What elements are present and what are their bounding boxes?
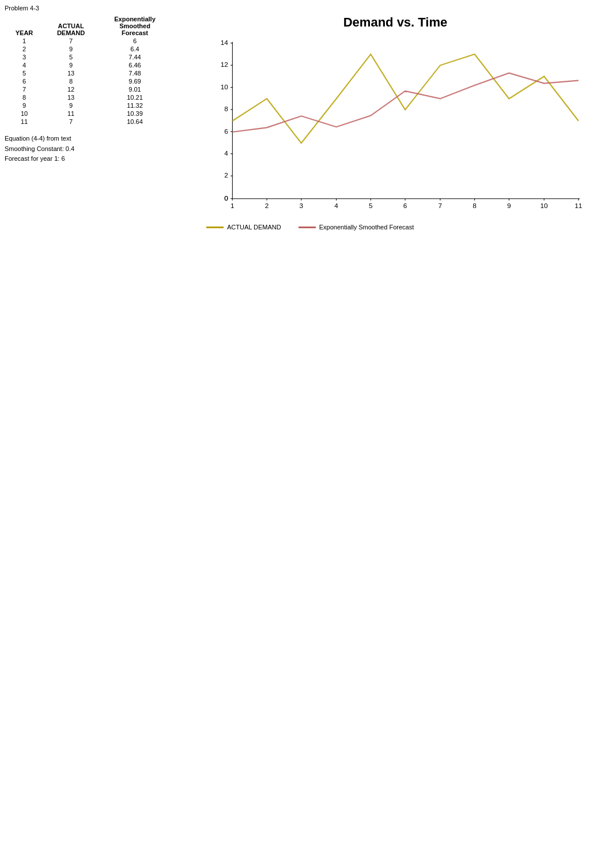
cell-year: 6 <box>5 77 44 85</box>
svg-text:10: 10 <box>221 83 229 90</box>
col-header-year: YEAR <box>5 15 44 37</box>
data-table: YEAR ACTUALDEMAND ExponentiallySmoothedF… <box>5 15 172 126</box>
cell-actual-demand: 12 <box>44 85 98 93</box>
svg-text:11: 11 <box>575 202 582 209</box>
svg-text:8: 8 <box>473 202 477 209</box>
cell-forecast: 11.32 <box>98 101 172 110</box>
cell-forecast: 6 <box>98 37 172 45</box>
cell-forecast: 10.21 <box>98 93 172 101</box>
cell-forecast: 9.69 <box>98 77 172 85</box>
table-row: 5 13 7.48 <box>5 69 172 77</box>
chart-area: 0 0 2 4 6 8 10 12 14 1 <box>183 36 607 231</box>
table-row: 2 9 6.4 <box>5 45 172 53</box>
legend-actual-label: ACTUAL DEMAND <box>227 224 281 231</box>
cell-actual-demand: 11 <box>44 110 98 118</box>
cell-forecast: 6.46 <box>98 61 172 69</box>
cell-year: 7 <box>5 85 44 93</box>
footnote-smoothing: Smoothing Constant: 0.4 <box>5 144 172 154</box>
col-header-actual-demand: ACTUALDEMAND <box>44 15 98 37</box>
cell-actual-demand: 9 <box>44 101 98 110</box>
svg-text:2: 2 <box>265 202 269 209</box>
svg-text:4: 4 <box>224 149 228 157</box>
legend-actual: ACTUAL DEMAND <box>206 224 281 231</box>
cell-actual-demand: 9 <box>44 61 98 69</box>
svg-text:10: 10 <box>541 202 549 209</box>
cell-forecast: 10.64 <box>98 118 172 126</box>
cell-year: 5 <box>5 69 44 77</box>
cell-year: 2 <box>5 45 44 53</box>
svg-text:5: 5 <box>369 202 373 209</box>
svg-text:6: 6 <box>224 127 228 135</box>
cell-forecast: 7.48 <box>98 69 172 77</box>
svg-text:8: 8 <box>224 105 228 112</box>
cell-year: 4 <box>5 61 44 69</box>
problem-title: Problem 4-3 <box>5 5 607 12</box>
cell-year: 1 <box>5 37 44 45</box>
svg-text:12: 12 <box>221 61 228 68</box>
footnotes: Equation (4-4) from text Smoothing Const… <box>5 134 172 164</box>
svg-text:1: 1 <box>231 202 235 209</box>
chart-title: Demand vs. Time <box>183 15 607 30</box>
table-row: 7 12 9.01 <box>5 85 172 93</box>
cell-forecast: 6.4 <box>98 45 172 53</box>
table-row: 3 5 7.44 <box>5 53 172 61</box>
table-row: 8 13 10.21 <box>5 93 172 101</box>
footnote-equation: Equation (4-4) from text <box>5 134 172 144</box>
svg-text:7: 7 <box>439 202 443 209</box>
footnote-forecast-year1: Forecast for year 1: 6 <box>5 154 172 164</box>
col-header-forecast: ExponentiallySmoothedForecast <box>98 15 172 37</box>
svg-text:3: 3 <box>300 202 304 209</box>
table-row: 1 7 6 <box>5 37 172 45</box>
table-row: 10 11 10.39 <box>5 110 172 118</box>
chart-legend: ACTUAL DEMAND Exponentially Smoothed For… <box>183 224 607 231</box>
svg-text:6: 6 <box>403 202 407 209</box>
cell-actual-demand: 9 <box>44 45 98 53</box>
svg-text:14: 14 <box>221 39 229 46</box>
cell-actual-demand: 5 <box>44 53 98 61</box>
cell-year: 8 <box>5 93 44 101</box>
cell-year: 11 <box>5 118 44 126</box>
svg-text:0: 0 <box>224 194 228 202</box>
table-row: 9 9 11.32 <box>5 101 172 110</box>
demand-chart: 0 0 2 4 6 8 10 12 14 1 <box>183 36 607 220</box>
cell-year: 9 <box>5 101 44 110</box>
chart-container: Demand vs. Time 0 0 2 4 6 8 10 <box>183 15 607 231</box>
legend-forecast-label: Exponentially Smoothed Forecast <box>319 224 414 231</box>
cell-actual-demand: 7 <box>44 37 98 45</box>
cell-forecast: 9.01 <box>98 85 172 93</box>
legend-forecast-line <box>299 227 316 228</box>
cell-actual-demand: 8 <box>44 77 98 85</box>
svg-text:2: 2 <box>224 171 228 179</box>
cell-year: 3 <box>5 53 44 61</box>
svg-text:4: 4 <box>334 202 338 209</box>
cell-year: 10 <box>5 110 44 118</box>
cell-actual-demand: 13 <box>44 69 98 77</box>
cell-actual-demand: 13 <box>44 93 98 101</box>
table-row: 6 8 9.69 <box>5 77 172 85</box>
cell-actual-demand: 7 <box>44 118 98 126</box>
table-row: 4 9 6.46 <box>5 61 172 69</box>
cell-forecast: 7.44 <box>98 53 172 61</box>
legend-actual-line <box>206 227 224 228</box>
legend-forecast: Exponentially Smoothed Forecast <box>299 224 414 231</box>
svg-text:9: 9 <box>507 202 511 209</box>
table-row: 11 7 10.64 <box>5 118 172 126</box>
cell-forecast: 10.39 <box>98 110 172 118</box>
